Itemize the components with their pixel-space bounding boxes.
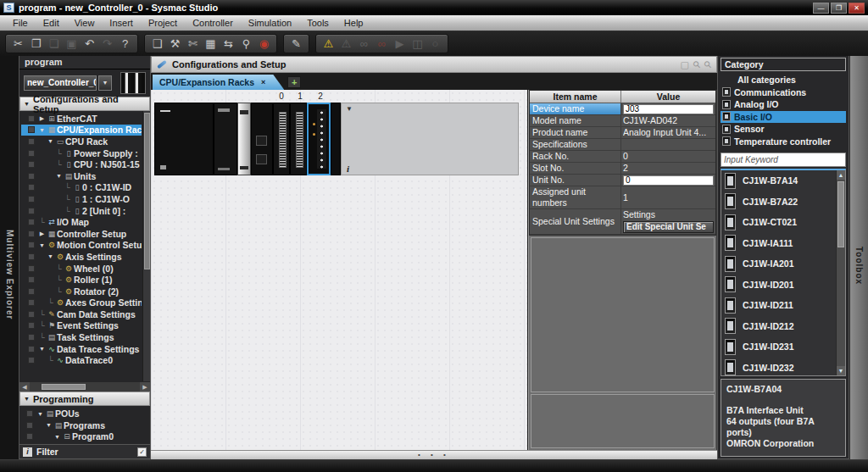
search-icon[interactable]: ⚲	[237, 35, 255, 53]
variable-icon[interactable]: ✄	[184, 35, 202, 53]
module-cj1w-id231[interactable]: CJ1W-ID231	[721, 336, 835, 358]
edit-special-unit-settings-button[interactable]: Edit Special Unit Se	[623, 221, 714, 233]
abort-icon[interactable]: ◉	[255, 35, 273, 53]
property-row-assigned-unit-numbers[interactable]: Assigned unit numbers1	[530, 186, 715, 209]
delete-icon[interactable]: ▣	[63, 35, 81, 53]
module-cj1w-b7a22[interactable]: CJ1W-B7A22	[721, 192, 835, 213]
tree-item-cam-data-settings[interactable]: └✎Cam Data Settings	[21, 308, 142, 320]
simulation-pause-icon[interactable]: ◫	[409, 35, 426, 53]
module-cj1w-id211[interactable]: CJ1W-ID211	[721, 295, 835, 316]
minimize-button[interactable]: —	[813, 3, 829, 14]
tree-item-program0[interactable]: ▼⊟Program0	[19, 430, 150, 442]
scroll-left-icon[interactable]: ◀	[19, 382, 30, 391]
menu-insert[interactable]: Insert	[102, 15, 141, 31]
scrollbar-thumb[interactable]	[144, 113, 150, 269]
tree-item-2-unit-0[interactable]: └▯2 [Unit 0] :	[21, 205, 142, 217]
tree-item-cpu-rack[interactable]: ▼▭CPU Rack	[21, 136, 142, 147]
controller-selector-arrow-icon[interactable]: ▼	[98, 75, 112, 91]
end-cover[interactable]	[331, 103, 341, 175]
controller-selector[interactable]: new_Controller_0	[24, 75, 97, 91]
tab-close-icon[interactable]: ×	[261, 78, 265, 86]
keyword-search-input[interactable]	[721, 153, 846, 167]
redo-icon[interactable]: ↷	[98, 35, 116, 53]
synchronize-icon[interactable]: ▦	[202, 35, 220, 53]
menu-edit[interactable]: Edit	[36, 15, 67, 31]
property-row-specifications[interactable]: Specifications	[530, 139, 715, 151]
unit-slot-2-selected[interactable]	[307, 103, 331, 175]
tree-item-data-trace-settings[interactable]: ▼∿Data Trace Settings	[21, 343, 142, 355]
expand-arrow-icon[interactable]: ▶	[37, 115, 47, 122]
menu-project[interactable]: Project	[141, 15, 185, 31]
property-row-model-name[interactable]: Model nameCJ1W-AD042	[530, 115, 715, 127]
tree-item-0-cj1w-id[interactable]: └▯0 : CJ1W-ID	[21, 182, 142, 194]
serial-comm-icon[interactable]: ⇆	[220, 35, 237, 53]
menu-help[interactable]: Help	[337, 15, 371, 31]
add-tab-button[interactable]: +	[287, 76, 301, 88]
scroll-right-icon[interactable]: ▶	[140, 382, 150, 391]
tree-item-programs[interactable]: ▼▤Programs	[19, 419, 150, 431]
cut-icon[interactable]: ✂	[9, 35, 27, 53]
menu-controller[interactable]: Controller	[185, 15, 241, 31]
collapse-arrow-icon[interactable]: ▼	[37, 346, 47, 352]
scroll-up-icon[interactable]: ▲	[837, 170, 845, 180]
menu-view[interactable]: View	[67, 15, 103, 31]
menu-tools[interactable]: Tools	[299, 15, 337, 31]
property-row-rack-no[interactable]: Rack No.0	[530, 151, 715, 163]
tree-item-axes-group-settin[interactable]: └⚙Axes Group Settin	[21, 297, 142, 309]
property-input-device-name[interactable]	[623, 104, 714, 114]
tree-item-datatrace0[interactable]: └∿DataTrace0	[21, 354, 142, 366]
tree-item-i-o-map[interactable]: └⇄I/O Map	[21, 216, 142, 228]
category-temperature-controller[interactable]: Temperature controller	[721, 136, 846, 148]
collapse-arrow-icon[interactable]: ▼	[46, 138, 55, 144]
module-cj1w-ct021[interactable]: CJ1W-CT021	[721, 212, 835, 233]
tree-horizontal-scrollbar[interactable]: ◀ ▶	[19, 382, 150, 391]
property-row-device-name[interactable]: Device name	[530, 103, 715, 115]
collapse-arrow-icon[interactable]: ▼	[37, 127, 47, 133]
module-cj1w-id201[interactable]: CJ1W-ID201	[721, 275, 835, 296]
multiview-explorer-strip[interactable]: Multiview Explorer	[0, 56, 19, 459]
property-row-special-unit-settings[interactable]: Special Unit SettingsSettingsEdit Specia…	[530, 209, 715, 235]
unit-slot-1[interactable]	[290, 103, 307, 175]
rack-info-icon[interactable]: i	[347, 164, 349, 174]
zoom-in-icon[interactable]: ⚲	[690, 58, 703, 71]
category-communications[interactable]: Communications	[721, 86, 846, 99]
scrollbar-thumb[interactable]	[42, 384, 86, 390]
help-icon[interactable]: ?	[116, 35, 134, 53]
close-button[interactable]: ✕	[849, 3, 865, 14]
collapse-arrow-icon[interactable]: ▼	[37, 242, 47, 248]
tree-vertical-scrollbar[interactable]	[142, 111, 150, 381]
bottom-collapse-handle[interactable]: • • •	[151, 450, 717, 459]
zoom-out-icon[interactable]: ⚲	[702, 58, 715, 71]
filter-edit-icon[interactable]: ✓	[137, 447, 147, 457]
property-row-unit-no[interactable]: Unit No.	[530, 175, 715, 186]
collapse-arrow-icon[interactable]: ▼	[53, 434, 62, 440]
collapse-arrow-icon[interactable]: ▼	[54, 173, 64, 179]
simulation-run-icon[interactable]: ▶	[391, 35, 409, 53]
toolbox-strip[interactable]: Toolbox	[849, 56, 868, 459]
export-icon[interactable]: ❑	[148, 35, 166, 53]
scroll-down-icon[interactable]: ▼	[837, 366, 845, 375]
module-cj1w-id232[interactable]: CJ1W-ID232	[721, 358, 835, 376]
tree-item-power-supply[interactable]: └▯Power Supply :	[21, 147, 142, 159]
module-cj1w-ia201[interactable]: CJ1W-IA201	[721, 253, 835, 275]
tree-item-ethercat[interactable]: ▶⊞EtherCAT	[21, 113, 142, 125]
cpu-unit-face[interactable]	[237, 103, 251, 175]
section-programming[interactable]: ▼ Programming	[19, 391, 150, 406]
tree-item-controller-setup[interactable]: ▶▦Controller Setup	[21, 228, 142, 240]
category-basic-i-o[interactable]: Basic I/O	[721, 111, 846, 124]
menu-simulation[interactable]: Simulation	[241, 15, 299, 31]
build-icon[interactable]: ⚒	[166, 35, 184, 53]
tree-item-task-settings[interactable]: └▤Task Settings	[21, 331, 142, 343]
scrollbar-thumb[interactable]	[837, 181, 844, 247]
rack-empty-area[interactable]: ▼ i	[341, 103, 519, 175]
module-cj1w-b7a14[interactable]: CJ1W-B7A14	[721, 170, 835, 192]
tree-item-pous[interactable]: ▼▤POUs	[19, 408, 150, 419]
tree-item-1-cj1w-o[interactable]: └▯1 : CJ1W-O	[21, 193, 142, 205]
cpu-unit[interactable]	[214, 103, 237, 175]
io-unit-ports[interactable]	[251, 103, 273, 175]
collapse-arrow-icon[interactable]: ▼	[36, 411, 45, 417]
tree-item-wheel-0[interactable]: └⚙Wheel (0)	[21, 263, 142, 275]
rebuild-icon[interactable]: ⚠	[337, 35, 355, 53]
edit-unit-icon[interactable]: ✎	[287, 35, 305, 53]
expand-arrow-icon[interactable]: ▶	[37, 230, 47, 237]
